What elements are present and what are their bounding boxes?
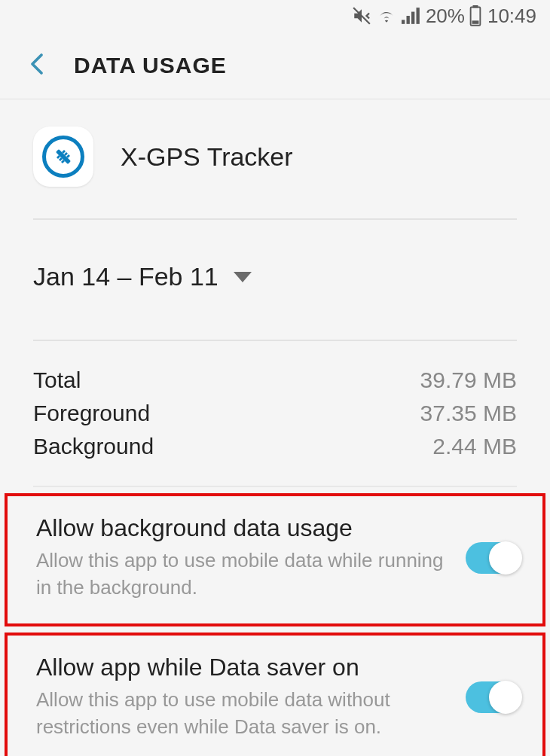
svg-rect-6	[472, 20, 478, 23]
battery-icon	[469, 5, 481, 26]
setting-text: Allow background data usage Allow this a…	[36, 514, 451, 601]
toggle-thumb	[489, 681, 522, 714]
mute-icon	[352, 6, 371, 26]
setting-allow-background-data[interactable]: Allow background data usage Allow this a…	[5, 493, 545, 626]
setting-title: Allow app while Data saver on	[36, 654, 451, 681]
stat-label: Foreground	[33, 397, 150, 430]
page-title: DATA USAGE	[74, 53, 227, 78]
wifi-icon	[376, 8, 397, 24]
stat-value: 2.44 MB	[432, 430, 517, 463]
signal-icon	[402, 8, 421, 24]
stat-total-row: Total 39.79 MB	[33, 364, 517, 397]
battery-percentage: 20%	[426, 5, 465, 28]
stat-label: Background	[33, 430, 154, 463]
app-info-section: X-GPS Tracker	[33, 99, 517, 220]
status-bar: 20% 10:49	[0, 0, 550, 32]
stat-value: 39.79 MB	[420, 364, 517, 397]
stat-background-row: Background 2.44 MB	[33, 430, 517, 463]
app-icon	[33, 127, 93, 187]
svg-rect-1	[406, 16, 409, 24]
toggle-switch[interactable]	[466, 681, 521, 713]
date-range-picker[interactable]: Jan 14 – Feb 11	[33, 220, 517, 341]
setting-description: Allow this app to use mobile data while …	[36, 547, 451, 601]
chevron-down-icon	[234, 272, 252, 282]
back-icon[interactable]	[30, 53, 44, 78]
setting-description: Allow this app to use mobile data withou…	[36, 686, 451, 740]
page-header: DATA USAGE	[0, 32, 550, 99]
app-name: X-GPS Tracker	[121, 142, 293, 172]
usage-stats: Total 39.79 MB Foreground 37.35 MB Backg…	[33, 341, 517, 487]
svg-rect-2	[411, 12, 414, 24]
stat-label: Total	[33, 364, 81, 397]
setting-text: Allow app while Data saver on Allow this…	[36, 654, 451, 740]
setting-allow-data-saver[interactable]: Allow app while Data saver on Allow this…	[5, 633, 545, 756]
toggle-switch[interactable]	[466, 542, 521, 574]
stat-value: 37.35 MB	[420, 397, 517, 430]
date-range-label: Jan 14 – Feb 11	[33, 262, 218, 291]
toggle-thumb	[489, 541, 522, 575]
svg-rect-5	[473, 5, 477, 8]
setting-title: Allow background data usage	[36, 514, 451, 542]
svg-rect-3	[416, 8, 419, 24]
stat-foreground-row: Foreground 37.35 MB	[33, 397, 517, 430]
clock-time: 10:49	[487, 5, 536, 28]
svg-rect-0	[402, 20, 405, 23]
